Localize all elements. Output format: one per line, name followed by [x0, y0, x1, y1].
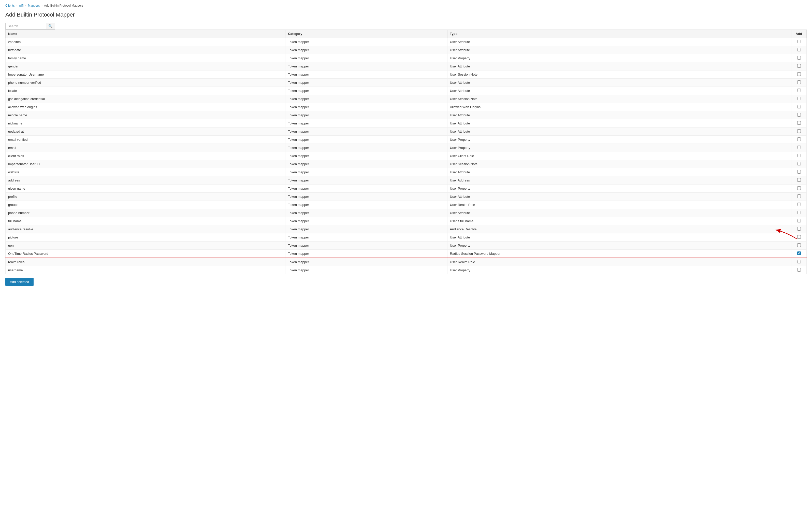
row-type: User Property [447, 136, 791, 144]
row-checkbox[interactable] [797, 243, 801, 247]
row-name: OneTime Radius Password [6, 250, 285, 258]
row-category: Token mapper [285, 54, 447, 62]
row-category: Token mapper [285, 136, 447, 144]
row-name: full name [6, 217, 285, 225]
col-header-add: Add [792, 30, 807, 38]
row-category: Token mapper [285, 168, 447, 176]
row-category: Token mapper [285, 266, 447, 274]
table-row: addressToken mapperUser Address [6, 176, 807, 184]
row-name: gss delegation credential [6, 95, 285, 103]
row-type: User Address [447, 176, 791, 184]
row-add-cell [792, 128, 807, 136]
row-checkbox[interactable] [797, 186, 801, 190]
row-type: User Property [447, 54, 791, 62]
table-row: websiteToken mapperUser Attribute [6, 168, 807, 176]
row-category: Token mapper [285, 234, 447, 242]
table-row: genderToken mapperUser Attribute [6, 62, 807, 71]
col-header-category: Category [285, 30, 447, 38]
table-row: gss delegation credentialToken mapperUse… [6, 95, 807, 103]
row-category: Token mapper [285, 152, 447, 160]
table-row: birthdateToken mapperUser Attribute [6, 46, 807, 54]
row-checkbox[interactable] [797, 268, 801, 271]
search-button[interactable]: 🔍 [46, 23, 55, 30]
row-category: Token mapper [285, 209, 447, 217]
row-category: Token mapper [285, 217, 447, 225]
table-row: client rolesToken mapperUser Client Role [6, 152, 807, 160]
page-title: Add Builtin Protocol Mapper [5, 11, 807, 18]
row-add-cell [792, 184, 807, 193]
row-checkbox[interactable] [797, 137, 801, 141]
row-name: email [6, 144, 285, 152]
row-checkbox[interactable] [797, 154, 801, 157]
breadcrumb-clients[interactable]: Clients [5, 4, 15, 7]
row-checkbox[interactable] [797, 162, 801, 165]
row-category: Token mapper [285, 258, 447, 266]
table-row: given nameToken mapperUser Property [6, 184, 807, 193]
row-add-cell [792, 242, 807, 250]
row-checkbox[interactable] [797, 56, 801, 59]
row-category: Token mapper [285, 103, 447, 111]
row-checkbox[interactable] [797, 235, 801, 239]
search-input[interactable] [5, 23, 46, 30]
row-checkbox[interactable] [797, 145, 801, 149]
row-checkbox[interactable] [797, 178, 801, 182]
row-checkbox[interactable] [797, 260, 801, 263]
row-name: website [6, 168, 285, 176]
row-add-cell [792, 258, 807, 266]
row-category: Token mapper [285, 184, 447, 193]
row-add-cell [792, 62, 807, 71]
row-checkbox[interactable] [797, 48, 801, 51]
row-checkbox[interactable] [797, 203, 801, 206]
row-add-cell [792, 250, 807, 258]
row-name: birthdate [6, 46, 285, 54]
row-checkbox[interactable] [797, 219, 801, 222]
row-name: username [6, 266, 285, 274]
row-type: User Property [447, 242, 791, 250]
row-category: Token mapper [285, 193, 447, 201]
table-row: profileToken mapperUser Attribute [6, 193, 807, 201]
row-type: User Attribute [447, 62, 791, 71]
row-name: locale [6, 87, 285, 95]
breadcrumb-mappers[interactable]: Mappers [28, 4, 40, 7]
breadcrumb-wifi[interactable]: wifi [19, 4, 24, 7]
row-type: User's full name [447, 217, 791, 225]
row-checkbox[interactable] [797, 211, 801, 214]
table-row: nicknameToken mapperUser Attribute [6, 119, 807, 128]
row-checkbox[interactable] [797, 97, 801, 100]
row-add-cell [792, 176, 807, 184]
mapper-table: Name Category Type Add zoneinfoToken map… [5, 30, 807, 274]
row-checkbox[interactable] [797, 121, 801, 125]
table-row: upnToken mapperUser Property [6, 242, 807, 250]
row-checkbox[interactable] [797, 129, 801, 133]
row-name: phone number verified [6, 79, 285, 87]
row-add-cell [792, 111, 807, 119]
row-checkbox[interactable] [797, 227, 801, 230]
row-name: upn [6, 242, 285, 250]
row-type: User Attribute [447, 119, 791, 128]
row-checkbox[interactable] [797, 80, 801, 84]
table-row: audience resolveToken mapperAudience Res… [6, 225, 807, 234]
row-checkbox[interactable] [797, 72, 801, 76]
row-checkbox[interactable] [797, 195, 801, 198]
table-header-row: Name Category Type Add [6, 30, 807, 38]
row-name: middle name [6, 111, 285, 119]
row-checkbox[interactable] [797, 89, 801, 92]
row-name: family name [6, 54, 285, 62]
col-header-type: Type [447, 30, 791, 38]
row-checkbox[interactable] [797, 64, 801, 68]
search-bar: 🔍 [5, 23, 807, 30]
row-checkbox[interactable] [797, 170, 801, 174]
row-category: Token mapper [285, 201, 447, 209]
row-checkbox[interactable] [797, 105, 801, 109]
row-checkbox[interactable] [797, 40, 801, 43]
row-checkbox[interactable] [797, 113, 801, 117]
row-add-cell [792, 103, 807, 111]
row-type: User Attribute [447, 111, 791, 119]
row-name: profile [6, 193, 285, 201]
add-selected-button[interactable]: Add selected [5, 278, 34, 286]
row-add-cell [792, 71, 807, 79]
row-type: User Attribute [447, 46, 791, 54]
row-type: User Attribute [447, 79, 791, 87]
row-add-cell [792, 160, 807, 168]
row-checkbox[interactable] [797, 251, 801, 255]
